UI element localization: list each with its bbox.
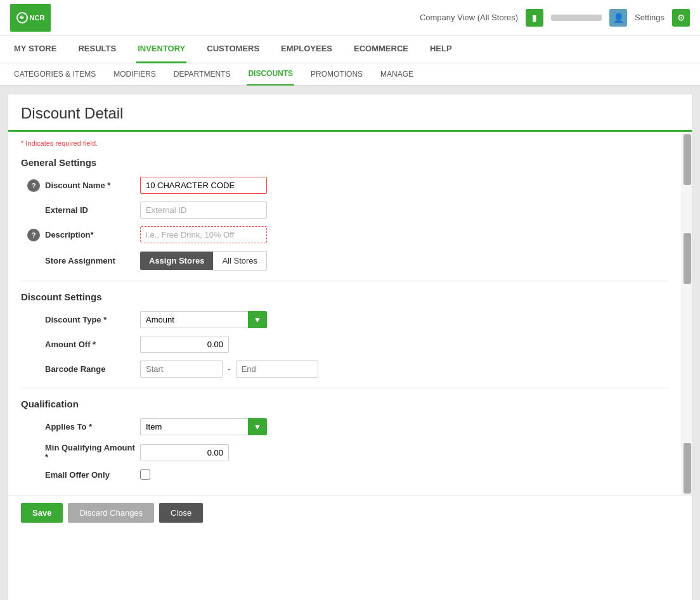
- barcode-range-row: Barcode Range -: [21, 361, 669, 378]
- settings-link[interactable]: Settings: [635, 13, 664, 22]
- external-id-label: External ID: [45, 205, 140, 215]
- qualification-section: Qualification Applies To * Item Transact…: [21, 399, 669, 480]
- section-divider-1: [21, 281, 669, 281]
- save-button[interactable]: Save: [21, 503, 63, 523]
- barcode-separator: -: [228, 364, 231, 374]
- subnav-categories-items[interactable]: CATEGORIES & ITEMS: [13, 63, 97, 86]
- discount-type-select[interactable]: Amount Percentage New Price: [140, 311, 267, 328]
- subnav-manage[interactable]: MANAGE: [379, 63, 415, 86]
- all-stores-button[interactable]: All Stores: [213, 251, 267, 271]
- scrollbar-thumb-mid: [684, 233, 691, 284]
- email-offer-checkbox[interactable]: [140, 469, 150, 480]
- external-id-input[interactable]: [140, 201, 267, 219]
- amount-off-input[interactable]: [140, 336, 229, 353]
- ncr-logo: ⊕ NCR: [10, 4, 51, 32]
- discount-name-input[interactable]: [140, 177, 267, 194]
- bottom-buttons-bar: Save Discard Changes Close: [8, 495, 692, 530]
- scrollbar[interactable]: [682, 132, 692, 495]
- applies-to-row: Applies To * Item Transaction Category ▼: [21, 418, 669, 435]
- store-assignment-controls: Assign Stores All Stores: [140, 251, 267, 271]
- applies-to-select-wrapper: Item Transaction Category ▼: [140, 418, 267, 435]
- discount-name-row: ? Discount Name *: [21, 177, 669, 194]
- main-navigation: MY STORE RESULTS INVENTORY CUSTOMERS EMP…: [0, 35, 700, 63]
- logo-label: NCR: [30, 14, 45, 22]
- main-content: * Indicates required field. General Sett…: [8, 132, 682, 495]
- user-name-blurred: [551, 15, 602, 21]
- subnav-discounts[interactable]: DISCOUNTS: [247, 63, 294, 86]
- discard-changes-button[interactable]: Discard Changes: [68, 503, 154, 523]
- page-title: Discount Detail: [21, 105, 679, 130]
- barcode-end-input[interactable]: [236, 361, 318, 378]
- email-offer-row: Email Offer Only: [21, 469, 669, 480]
- external-id-row: External ID: [21, 201, 669, 219]
- applies-to-select[interactable]: Item Transaction Category: [140, 418, 267, 435]
- qualification-title: Qualification: [21, 399, 669, 409]
- barcode-range-label: Barcode Range: [45, 364, 140, 374]
- description-help-icon[interactable]: ?: [27, 229, 40, 241]
- settings-gear-icon[interactable]: ⚙: [672, 9, 690, 27]
- discount-type-select-wrapper: Amount Percentage New Price ▼: [140, 311, 267, 328]
- description-row: ? Description*: [21, 226, 669, 243]
- description-input[interactable]: [140, 226, 267, 243]
- user-icon[interactable]: 👤: [609, 9, 627, 27]
- company-view-label: Company View (All Stores): [420, 13, 518, 22]
- discount-name-help-icon[interactable]: ?: [27, 179, 40, 192]
- discount-settings-title: Discount Settings: [21, 291, 669, 302]
- nav-customers[interactable]: CUSTOMERS: [205, 35, 261, 63]
- min-qualifying-label: Min Qualifying Amount *: [45, 443, 140, 462]
- sub-navigation: CATEGORIES & ITEMS MODIFIERS DEPARTMENTS…: [0, 63, 700, 86]
- subnav-modifiers[interactable]: MODIFIERS: [112, 63, 157, 86]
- required-note: * Indicates required field.: [21, 139, 669, 147]
- close-button[interactable]: Close: [159, 503, 203, 523]
- min-qualifying-row: Min Qualifying Amount *: [21, 443, 669, 462]
- discount-type-label: Discount Type *: [45, 315, 140, 324]
- nav-results[interactable]: RESULTS: [77, 35, 117, 63]
- store-icon[interactable]: ▮: [526, 9, 543, 27]
- section-divider-2: [21, 388, 669, 388]
- page-title-bar: Discount Detail: [8, 94, 692, 132]
- store-assignment-label: Store Assignment: [45, 256, 140, 265]
- logo-circle-icon: ⊕: [16, 12, 28, 23]
- nav-help[interactable]: HELP: [429, 35, 453, 63]
- subnav-departments[interactable]: DEPARTMENTS: [172, 63, 232, 86]
- barcode-start-input[interactable]: [140, 361, 223, 378]
- store-assignment-row: Store Assignment Assign Stores All Store…: [21, 251, 669, 271]
- nav-my-store[interactable]: MY STORE: [13, 35, 58, 63]
- amount-off-row: Amount Off *: [21, 336, 669, 353]
- discount-type-row: Discount Type * Amount Percentage New Pr…: [21, 311, 669, 328]
- general-settings-title: General Settings: [21, 157, 669, 168]
- scrollbar-thumb-bottom: [684, 443, 691, 494]
- description-label: Description*: [45, 230, 140, 239]
- nav-employees[interactable]: EMPLOYEES: [280, 35, 334, 63]
- scrollbar-thumb-top: [684, 134, 691, 185]
- amount-off-label: Amount Off *: [45, 340, 140, 349]
- assign-stores-button[interactable]: Assign Stores: [140, 252, 213, 270]
- page-container: Discount Detail * Indicates required fie…: [8, 94, 692, 600]
- email-offer-label: Email Offer Only: [45, 470, 140, 480]
- discount-settings-section: Discount Settings Discount Type * Amount…: [21, 291, 669, 378]
- subnav-promotions[interactable]: PROMOTIONS: [309, 63, 364, 86]
- applies-to-label: Applies To *: [45, 422, 140, 431]
- discount-name-label: Discount Name *: [45, 181, 140, 190]
- min-qualifying-input[interactable]: [140, 444, 229, 461]
- nav-ecommerce[interactable]: ECOMMERCE: [353, 35, 410, 63]
- barcode-range-inputs: -: [140, 361, 318, 378]
- nav-inventory[interactable]: INVENTORY: [136, 35, 186, 63]
